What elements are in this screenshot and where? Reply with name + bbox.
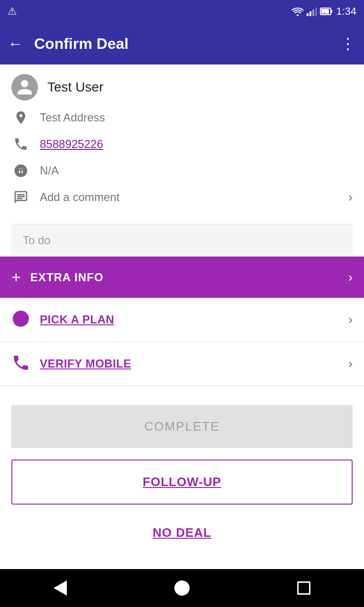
gauge-icon bbox=[11, 161, 30, 180]
page-title: Confirm Deal bbox=[34, 35, 329, 53]
app-bar: ← Confirm Deal ⋮ bbox=[0, 23, 364, 64]
comment-icon bbox=[11, 188, 30, 207]
location-icon bbox=[11, 108, 30, 127]
recents-nav-icon bbox=[297, 581, 310, 595]
address-text: Test Address bbox=[40, 111, 105, 124]
comment-row[interactable]: Add a comment › bbox=[11, 188, 353, 209]
wifi-icon bbox=[291, 7, 304, 16]
back-button[interactable]: ← bbox=[8, 35, 23, 53]
phone-number[interactable]: 8588925226 bbox=[40, 138, 103, 151]
comment-chevron-icon: › bbox=[348, 190, 353, 205]
add-comment-text[interactable]: Add a comment bbox=[40, 191, 119, 204]
verify-mobile-chevron-icon: › bbox=[348, 356, 353, 371]
person-icon bbox=[16, 78, 34, 96]
signal-icon bbox=[307, 7, 317, 16]
address-row: Test Address bbox=[11, 108, 353, 127]
verify-mobile-icon bbox=[11, 353, 30, 374]
verify-mobile-row[interactable]: VERIFY MOBILE › bbox=[0, 342, 364, 386]
plus-icon: + bbox=[11, 268, 21, 286]
complete-button[interactable]: COMPLETE bbox=[11, 405, 353, 448]
pick-plan-icon bbox=[11, 309, 30, 330]
avatar bbox=[11, 74, 38, 101]
svg-text:⚡: ⚡ bbox=[322, 10, 328, 16]
svg-rect-1 bbox=[307, 13, 309, 16]
status-bar-left: ⚠ bbox=[8, 5, 17, 18]
status-time: 1:34 bbox=[336, 5, 356, 18]
pick-a-plan-label: PICK A PLAN bbox=[40, 313, 339, 326]
svg-point-0 bbox=[297, 14, 299, 16]
svg-rect-6 bbox=[331, 10, 332, 13]
battery-icon: ⚡ bbox=[320, 7, 333, 16]
phone-icon bbox=[11, 135, 30, 154]
svg-rect-4 bbox=[315, 8, 317, 16]
nav-back-button[interactable] bbox=[54, 580, 67, 596]
user-name: Test User bbox=[47, 80, 103, 95]
home-nav-icon bbox=[174, 580, 190, 596]
pick-a-plan-row[interactable]: PICK A PLAN › bbox=[0, 298, 364, 342]
follow-up-button[interactable]: FOLLOW-UP bbox=[11, 460, 353, 505]
verify-mobile-label: VERIFY MOBILE bbox=[40, 357, 339, 370]
todo-section: To do bbox=[11, 224, 353, 257]
nav-bar bbox=[0, 569, 364, 607]
nav-recents-button[interactable] bbox=[297, 581, 310, 595]
extra-info-label: EXTRA INFO bbox=[30, 271, 339, 284]
extra-info-button[interactable]: + EXTRA INFO › bbox=[0, 257, 364, 298]
buttons-area: COMPLETE FOLLOW-UP NO DEAL bbox=[0, 386, 364, 559]
gauge-row: N/A bbox=[11, 161, 353, 180]
svg-rect-2 bbox=[309, 11, 311, 16]
nav-home-button[interactable] bbox=[174, 580, 190, 596]
more-options-button[interactable]: ⋮ bbox=[340, 35, 356, 53]
gauge-value: N/A bbox=[40, 164, 59, 177]
user-row: Test User bbox=[11, 74, 353, 101]
user-section: Test User Test Address 8588925226 bbox=[11, 74, 353, 224]
todo-label: To do bbox=[23, 234, 51, 247]
status-bar-right: ⚡ 1:34 bbox=[291, 5, 356, 18]
phone-row[interactable]: 8588925226 bbox=[11, 135, 353, 154]
content-area: Test User Test Address 8588925226 bbox=[0, 64, 364, 257]
svg-rect-3 bbox=[312, 9, 314, 16]
back-nav-icon bbox=[54, 580, 67, 596]
status-bar: ⚠ ⚡ 1:34 bbox=[0, 0, 364, 23]
extra-info-chevron-icon: › bbox=[348, 270, 353, 285]
pick-plan-chevron-icon: › bbox=[348, 312, 353, 327]
warning-icon: ⚠ bbox=[8, 5, 17, 18]
no-deal-button[interactable]: NO DEAL bbox=[11, 516, 353, 550]
